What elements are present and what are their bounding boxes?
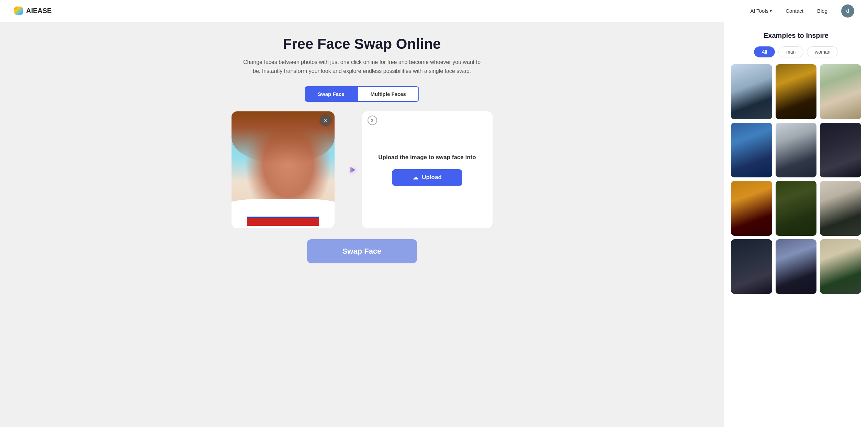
gallery-item[interactable] [776,64,817,119]
swap-face-button[interactable]: Swap Face [307,239,417,263]
gallery-item[interactable] [731,181,772,236]
nav-contact[interactable]: Contact [786,8,803,14]
gallery-item[interactable] [776,239,817,294]
gallery-item[interactable] [820,64,861,119]
gallery-item[interactable] [820,181,861,236]
chevron-down-icon: ▾ [770,9,772,13]
content-area: Free Face Swap Online Change faces betwe… [0,22,724,427]
gallery-item[interactable] [731,64,772,119]
upload-label: Upload the image to swap face into [378,154,476,161]
arrow-area [335,164,362,175]
gallery-item[interactable] [731,239,772,294]
header: AIEASE AI Tools ▾ Contact Blog d [0,0,868,22]
filter-row: All man woman [731,46,861,57]
gallery-item[interactable] [776,123,817,178]
nav: AI Tools ▾ Contact Blog d [750,4,854,18]
source-image [232,111,335,228]
gallery-item[interactable] [820,239,861,294]
target-number: 2 [368,116,377,125]
user-avatar[interactable]: d [841,4,854,18]
nav-blog[interactable]: Blog [817,8,827,14]
upload-cloud-icon: ☁ [413,174,418,181]
close-source-button[interactable]: × [319,114,332,127]
filter-man[interactable]: man [778,46,803,57]
logo-text: AIEASE [26,7,52,15]
gallery-item[interactable] [820,123,861,178]
gallery-item[interactable] [776,181,817,236]
panel-title: Examples to Inspire [731,32,861,40]
tab-multiple-faces[interactable]: Multiple Faces [358,86,419,102]
page-subtitle: Change faces between photos with just on… [242,58,482,75]
source-image-box: × [232,111,335,228]
tab-swap-face[interactable]: Swap Face [305,86,358,102]
tabs-row: Swap Face Multiple Faces [21,86,703,102]
shirt-stripe-decoration [247,217,319,226]
filter-all[interactable]: All [754,46,775,57]
logo[interactable]: AIEASE [14,6,52,16]
gallery-item[interactable] [731,123,772,178]
upload-button-label: Upload [422,174,442,181]
hair-decoration [232,111,335,164]
right-panel: Examples to Inspire All man woman [724,22,868,427]
arrow-right-icon [339,164,357,175]
upload-container: × 2 Upload th [214,111,510,228]
filter-woman[interactable]: woman [807,46,838,57]
upload-button[interactable]: ☁ Upload [392,169,462,186]
logo-icon [14,6,23,16]
page-title: Free Face Swap Online [21,36,703,52]
target-image-box: 2 Upload the image to swap face into ☁ U… [362,111,493,228]
nav-ai-tools[interactable]: AI Tools ▾ [750,8,772,14]
main-layout: Free Face Swap Online Change faces betwe… [0,22,868,427]
gallery-grid [731,64,861,294]
